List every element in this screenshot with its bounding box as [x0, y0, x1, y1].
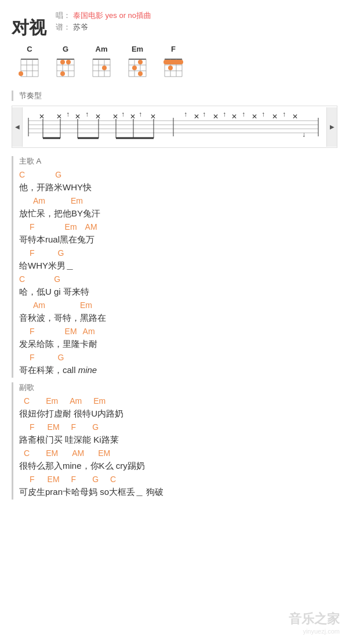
svg-point-17 [60, 60, 65, 64]
singer-label: 唱： [56, 10, 71, 21]
svg-point-8 [19, 71, 23, 76]
chorus-section: 副歌 CEmAmEm 很妞你打虚耐 很特U内路奶 FEMFG 路斋根门买 哇深能… [12, 382, 337, 500]
svg-text:✕: ✕ [231, 113, 237, 121]
scroll-left-btn[interactable]: ◀ [12, 107, 23, 147]
svg-text:✕: ✕ [56, 113, 62, 121]
svg-text:✕: ✕ [252, 113, 257, 121]
chord-am: Am [89, 45, 114, 82]
svg-text:↑: ↑ [85, 110, 89, 118]
chorus-block-3: CEMAMEM 很特么那入mine，你K么 cry踢奶 [19, 448, 337, 473]
lyric-block-5: CG 哈，低U gi 哥来特 [19, 274, 337, 299]
lyric-block-7: FEMAm 发呆给陈，里隆卡耐 [19, 327, 337, 352]
lyric-block-6: AmEm 音秋波，哥特，黑路在 [19, 301, 337, 325]
song-title: 对视 [12, 16, 46, 40]
lyric-block-2: AmEm 放忙呆，把他BY兔汗 [19, 196, 337, 221]
watermark: 音乐之家 yinyuezj.com [289, 610, 340, 635]
chorus-block-4: FEMFGC 可皮生pran卡哈母妈 so大框丢＿ 狗破 [19, 475, 337, 500]
chorus-block-2: FEMFG 路斋根门买 哇深能 Ki路莱 [19, 422, 337, 447]
chord-diagrams: C G [17, 45, 337, 82]
svg-text:✕: ✕ [130, 113, 136, 121]
rhythm-label: 节奏型 [19, 91, 337, 101]
rhythm-diagram: ◀ ✕ ✕ ↑ ✕ ↑ ✕ ✕ [12, 106, 337, 148]
svg-text:✕: ✕ [213, 113, 219, 121]
singer-value: 泰国电影 yes or no插曲 [73, 10, 151, 21]
watermark-main: 音乐之家 [289, 610, 340, 628]
svg-text:↑: ↑ [202, 110, 206, 118]
chord-g: G [53, 45, 78, 82]
svg-point-39 [138, 71, 143, 76]
lyric-block-4: FG 给WHY米男＿ [19, 248, 337, 273]
svg-text:✕: ✕ [194, 113, 199, 121]
chorus-block-1: CEmAmEm 很妞你打虚耐 很特U内路奶 [19, 396, 337, 421]
svg-text:✕: ✕ [150, 113, 156, 121]
svg-point-37 [138, 60, 143, 64]
svg-text:✕: ✕ [95, 113, 101, 121]
chord-em: Em [125, 45, 150, 82]
svg-text:✕: ✕ [272, 113, 278, 121]
svg-text:↑: ↑ [223, 110, 226, 118]
lyric-block-8: FG 哥在科莱，call mine [19, 353, 337, 378]
svg-text:✕: ✕ [39, 113, 45, 121]
composer-label: 谱： [56, 22, 71, 32]
svg-point-19 [60, 71, 65, 76]
scroll-right-btn[interactable]: ▶ [326, 107, 337, 147]
svg-point-38 [132, 66, 137, 70]
chord-f: F [161, 45, 186, 82]
watermark-sub: yinyuezj.com [289, 628, 340, 635]
chord-c: C [17, 45, 42, 82]
lyric-block-1: CG 他，开路米WHY快 [19, 170, 337, 195]
chorus-label: 副歌 [19, 382, 337, 393]
composer-value: 苏爷 [73, 22, 88, 32]
svg-text:↑: ↑ [242, 110, 245, 118]
svg-text:↑: ↑ [261, 110, 265, 118]
svg-point-18 [66, 60, 71, 64]
verse-a-section: 主歌 A CG 他，开路米WHY快 AmEm 放忙呆，把他BY兔汗 FEmAM … [12, 156, 337, 378]
svg-text:✕: ✕ [112, 113, 118, 121]
verse-a-label: 主歌 A [19, 156, 337, 167]
svg-point-49 [168, 66, 173, 70]
svg-text:✕: ✕ [292, 113, 298, 121]
rhythm-section: 节奏型 [12, 91, 337, 101]
svg-rect-48 [163, 60, 183, 64]
lyric-block-3: FEmAM 哥特本rual黑在兔万 [19, 222, 337, 247]
svg-point-28 [102, 66, 107, 70]
svg-text:↑: ↑ [121, 110, 125, 118]
svg-text:↑: ↑ [282, 110, 286, 118]
svg-text:↑: ↑ [184, 110, 187, 118]
svg-text:↑: ↑ [139, 110, 142, 118]
svg-text:↓: ↓ [302, 131, 306, 139]
svg-text:↑: ↑ [66, 110, 70, 118]
